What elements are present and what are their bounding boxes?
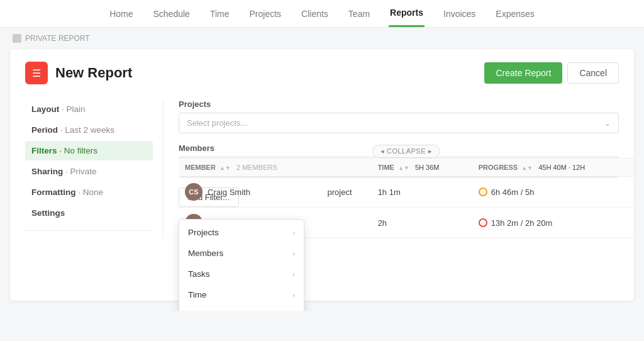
td-time-1: 1h 1m [372,177,472,208]
top-navigation: Home Schedule Time Projects Clients Team… [0,0,644,28]
dropdown-members-label: Members [188,249,223,258]
dropdown-item-projects[interactable]: Projects › [179,222,304,243]
sidebar-item-formatting[interactable]: Formatting · None [25,182,153,202]
nav-schedule[interactable]: Schedule [152,0,191,27]
card-header: ☰ New Report Create Report Cancel [25,62,619,84]
nav-time[interactable]: Time [209,0,231,27]
sidebar-item-period[interactable]: Period · Last 2 weeks [25,120,153,140]
th-time: TIME ▲▼ 5h 36m [372,159,472,177]
th-empty [321,159,371,177]
sidebar-item-settings[interactable]: Settings [25,203,153,223]
td-time-2: 2h [372,208,472,238]
nav-home[interactable]: Home [108,0,134,27]
sidebar-item-filters[interactable]: Filters · No filters [25,141,153,160]
projects-label: Projects [179,99,619,109]
create-report-button[interactable]: Create Report [484,62,562,84]
nav-invoices[interactable]: Invoices [442,0,477,27]
th-progress: PROGRESS ▲▼ 45h 40m · 12h [472,159,634,177]
member-col-1: CS Craig Smith [185,183,314,201]
td-project-1: project [321,177,371,208]
td-progress-2: 13h 2m / 2h 20m [472,208,634,238]
table-header-row: MEMBER ▲▼ 2 members TIME ▲▼ 5h 36m [179,159,634,177]
table-row: CS Craig Smith project 1h 1m 6h 46m / 5h [179,177,634,208]
progress-cell-1: 6h 46m / 5h [479,187,628,197]
breadcrumb: PRIVATE REPORT [0,28,644,49]
dropdown-tasks-arrow: › [292,271,295,278]
card-actions: Create Report Cancel [484,62,619,84]
dropdown-item-tasks[interactable]: Tasks › [179,264,304,284]
nav-team[interactable]: Team [347,0,371,27]
sidebar-item-layout[interactable]: Layout · Plain [25,99,153,119]
progress-cell-2: 13h 2m / 2h 20m [479,218,628,228]
lock-icon [13,34,21,43]
projects-select[interactable]: Select projects... ⌄ [179,113,619,133]
sidebar-item-sharing[interactable]: Sharing · Private [25,162,153,181]
nav-expenses[interactable]: Expenses [494,0,535,27]
content-area: Projects Select projects... ⌄ Members Se… [164,99,619,238]
card-body: Layout · Plain Period · Last 2 weeks Fil… [25,99,619,238]
nav-reports[interactable]: Reports [389,0,425,27]
progress-sort-icon[interactable]: ▲▼ [521,165,533,171]
dropdown-item-time[interactable]: Time › [179,284,304,305]
projects-chevron: ⌄ [604,119,611,128]
cancel-button[interactable]: Cancel [567,62,619,84]
nav-clients[interactable]: Clients [300,0,330,27]
projects-placeholder: Select projects... [187,118,247,128]
time-summary: 5h 36m [415,164,440,171]
time-sort-icon[interactable]: ▲▼ [398,165,409,171]
member-count: 2 members [236,164,277,171]
card-title-area: ☰ New Report [25,62,132,84]
report-icon: ☰ [25,62,48,84]
th-member: MEMBER ▲▼ 2 members [179,159,321,177]
progress-circle-2 [479,218,487,227]
progress-text-1: 6h 46m / 5h [491,187,535,197]
collapse-bar: ◂ COLLAPSE ▸ [179,145,634,158]
avatar-1: CS [185,183,203,201]
dropdown-projects-arrow: › [292,229,295,237]
dropdown-item-members[interactable]: Members › [179,243,304,264]
dropdown-time-label: Time [188,290,207,299]
member-name-1: Craig Smith [208,187,250,197]
dropdown-members-arrow: › [292,250,295,257]
page-title: New Report [55,65,132,81]
dropdown-item-estimate[interactable]: Estimate [179,305,304,311]
breadcrumb-text: PRIVATE REPORT [25,34,90,43]
sidebar: Layout · Plain Period · Last 2 weeks Fil… [25,99,164,238]
td-member-1: CS Craig Smith [179,177,321,208]
filter-dropdown-menu: Projects › Members › Tasks › Time › Esti… [179,219,304,311]
nav-projects[interactable]: Projects [248,0,282,27]
member-sort-icon[interactable]: ▲▼ [219,165,231,171]
dropdown-projects-label: Projects [188,228,219,237]
dropdown-tasks-label: Tasks [188,269,210,279]
sidebar-divider [25,230,153,231]
dropdown-time-arrow: › [292,291,295,299]
progress-circle-1 [479,187,487,196]
report-card: ☰ New Report Create Report Cancel Layout… [10,49,634,301]
collapse-button[interactable]: ◂ COLLAPSE ▸ [372,145,440,158]
td-progress-1: 6h 46m / 5h [472,177,634,208]
nav-items: Home Schedule Time Projects Clients Team… [108,0,536,27]
progress-text-2: 13h 2m / 2h 20m [491,218,553,228]
progress-summary: 45h 40m · 12h [538,164,585,171]
td-project-2 [321,208,371,238]
